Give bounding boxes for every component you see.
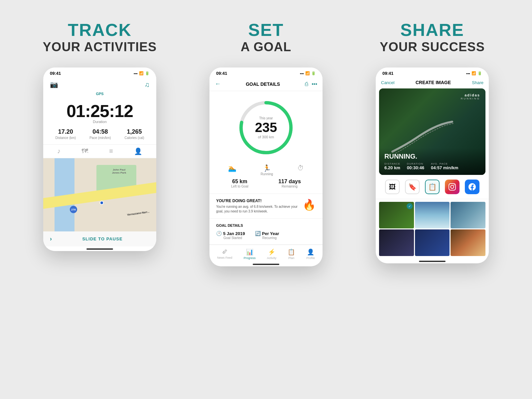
circle-this-year: This year (255, 116, 277, 120)
goal-recurring-label: Recurring (262, 236, 279, 240)
run-stat-duration: DURATION 00:30:46 (407, 162, 424, 170)
share-option-facebook[interactable] (465, 180, 479, 194)
goal-highlight: SET (241, 20, 291, 40)
running-image-card: adidas RUNNING RUNNING. DISTANCE 6.20 km… (379, 88, 485, 175)
share-option-bookmark[interactable]: 🔖 (405, 180, 420, 194)
stat-distance: 17.20 Distance (km) (55, 128, 76, 140)
share-button[interactable]: Share (472, 80, 483, 85)
photo-cell-2[interactable] (451, 202, 485, 228)
stats-row: 17.20 Distance (km) 04:58 Pace (min/km) … (43, 125, 156, 145)
tab-profile-icon[interactable]: 👤 (134, 147, 142, 155)
run-distance-value: 6.20 km (384, 165, 400, 170)
activity-label-run: Running (261, 172, 273, 176)
tab-activity[interactable]: ⚡ Activity (267, 248, 277, 260)
status-time-3: 09:41 (382, 71, 393, 76)
phone1-tabbar[interactable]: ♪ 🗺 ≡ 👤 (43, 145, 156, 158)
share-option-layout[interactable]: 📋 (425, 180, 440, 194)
slide-to-pause-bar[interactable]: › SLIDE TO PAUSE (43, 231, 156, 246)
tab-plan[interactable]: 📋 Plan (288, 248, 295, 260)
activity-icon-other: ⏱ (297, 164, 304, 172)
motivation-body: You're running an avg. of 6.8 km/week. T… (216, 204, 299, 214)
slide-arrow-icon: › (50, 235, 52, 242)
tab-menu-icon[interactable]: ≡ (109, 147, 113, 155)
track-header: TRACK YOUR ACTIVITIES (43, 20, 157, 54)
phone3-header: Cancel CREATE IMAGE Share (376, 78, 489, 88)
photo-cell-4[interactable] (415, 229, 450, 256)
motivation-title: YOU'RE DOING GREAT! (216, 199, 299, 203)
stat-pace: 04:58 Pace (min/km) (89, 128, 111, 140)
run-stat-distance: DISTANCE 6.20 km (384, 162, 400, 170)
status-time-1: 09:41 (50, 71, 61, 76)
track-highlight: TRACK (43, 20, 157, 40)
share-options-row: 🖼 🔖 📋 (376, 175, 489, 199)
home-bar-1 (86, 248, 113, 250)
activity-icon-2: ⏱ (297, 164, 304, 176)
photo-cell-1[interactable] (415, 202, 450, 228)
photo-cell-5[interactable] (451, 229, 485, 256)
running-stats-overlay: RUNNING. DISTANCE 6.20 km DURATION 00:30… (379, 148, 485, 175)
circle-number: 235 (255, 120, 277, 135)
stat-pace-value: 04:58 (89, 128, 111, 135)
tab-progress[interactable]: 📊 Progress (244, 248, 256, 260)
activity-icon-1: 🏃 Running (261, 164, 273, 176)
cancel-button[interactable]: Cancel (381, 80, 394, 85)
page-container: TRACK YOUR ACTIVITIES 09:41 ▪▪▪ 📶 🔋 📷 (0, 0, 532, 399)
photo-cell-3[interactable] (379, 229, 414, 256)
tab-map-icon[interactable]: 🗺 (81, 147, 88, 155)
camera-icon[interactable]: 📷 (50, 80, 58, 88)
tab-newsfeed[interactable]: 🗞 News Feed (217, 248, 232, 260)
status-icons-1: ▪▪▪ 📶 🔋 (134, 71, 150, 75)
goal-started-value: 5 Jan 2019 (223, 231, 245, 236)
back-button[interactable]: ← (215, 80, 221, 87)
track-subtitle: YOUR ACTIVITIES (43, 40, 157, 54)
stat-calories: 1,265 Calories (cal) (125, 128, 144, 140)
share-subtitle: YOUR SUCCESS (380, 40, 485, 54)
tab-profile[interactable]: 👤 Profile (306, 248, 315, 260)
wifi-icon: 📶 (139, 71, 144, 75)
share-option-image[interactable]: 🖼 (385, 180, 400, 194)
timer-label: Duration (50, 120, 150, 124)
home-bar-3 (419, 261, 446, 262)
share-option-instagram[interactable] (445, 180, 460, 194)
gps-label: GPS (43, 92, 156, 98)
running-title: RUNNING. (384, 153, 480, 160)
wifi-icon-3: 📶 (471, 71, 476, 75)
circle-center: This year 235 of 300 km (255, 116, 277, 139)
adidas-running-logo: adidas RUNNING (461, 93, 480, 100)
activity-icon-swim: 🏊 (228, 164, 236, 172)
run-duration-value: 00:30:46 (407, 165, 424, 170)
map-highway-badge: 278 (70, 206, 77, 213)
phone-track: 09:41 ▪▪▪ 📶 🔋 📷 adidas ♫ (43, 67, 156, 251)
timer-value: 01:25:12 (50, 101, 150, 121)
home-indicator-2 (209, 262, 323, 266)
goal-details-row: 🕐 5 Jan 2019 Goal Started 🔄 Per Year Rec… (216, 231, 316, 240)
activity-icon[interactable]: ♫ (145, 81, 150, 88)
map-location-dot (100, 201, 104, 205)
status-time-2: 09:41 (216, 71, 227, 76)
motivation-section: YOU'RE DOING GREAT! You're running an av… (209, 194, 323, 219)
goal-stat-remaining: 117 days Remaining (278, 179, 301, 188)
run-stat-pace: AVG. PACE 04:57 min/km (431, 162, 458, 170)
tab-music-icon[interactable]: ♪ (57, 147, 61, 155)
run-pace-value: 04:57 min/km (431, 165, 458, 170)
column-track: TRACK YOUR ACTIVITIES 09:41 ▪▪▪ 📶 🔋 📷 (30, 20, 170, 251)
stat-distance-label: Distance (km) (55, 136, 76, 140)
goal-stat-left-value: 65 km (231, 179, 248, 185)
plan-icon: 📋 (288, 248, 295, 256)
share-highlight: SHARE (380, 20, 485, 40)
status-bar-2: 09:41 ▪▪▪ 📶 🔋 (209, 67, 323, 78)
home-bar-2 (253, 264, 279, 265)
photo-cell-0[interactable]: ✓ (379, 202, 414, 228)
adidas-running-text: RUNNING (461, 97, 480, 100)
more-icon[interactable]: ••• (312, 81, 317, 87)
battery-icon-2: 🔋 (311, 71, 316, 75)
progress-icon: 📊 (246, 248, 253, 256)
goal-stat-left-label: Left to Goal (231, 185, 248, 188)
progress-circle: This year 235 of 300 km (236, 98, 296, 158)
battery-icon: 🔋 (145, 71, 150, 75)
recurring-icon: 🔄 (255, 231, 261, 236)
share-icon[interactable]: ⎙ (305, 81, 308, 87)
phone2-tabbar: 🗞 News Feed 📊 Progress ⚡ Activity 📋 Plan (209, 245, 323, 262)
create-image-title: CREATE IMAGE (416, 80, 451, 85)
running-stats-grid: DISTANCE 6.20 km DURATION 00:30:46 AVG. … (384, 162, 480, 170)
